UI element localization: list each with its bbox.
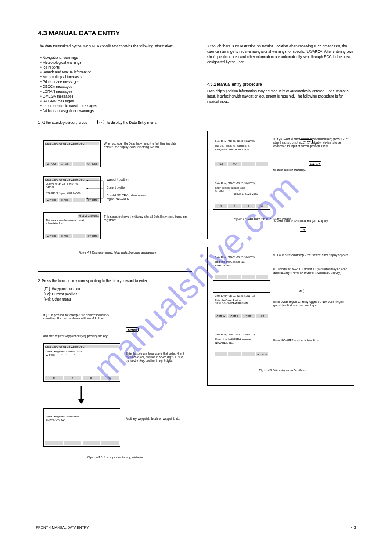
fk: W-POSI: [45, 198, 58, 202]
fig44-lcd1-title: Data Entry '98-01-23 23:59(UTC): [215, 139, 268, 143]
fig43-lcd1-fkeys: N S E W: [45, 376, 119, 380]
fig45-caption: Figure 4-5 Data entry menu for others: [238, 369, 326, 372]
footer-right: 4-3: [351, 526, 356, 530]
footer-left: FRONT 4 MANUAL DATA ENTRY: [36, 526, 89, 530]
fk: [215, 275, 227, 279]
fig43-lcd2: Enter waypoint information. AN TOKYO BAY: [43, 408, 120, 447]
fk: RETURN: [256, 352, 268, 356]
svg-marker-1: [86, 180, 88, 181]
fig42-lcd3-mid: This area shows last-entered data in abb…: [46, 219, 98, 225]
fig44-lcd2-fkeys: N S E W: [215, 204, 268, 208]
fig45-txt3: Enter ocean region currently logged in. …: [273, 300, 350, 307]
fig45-lcd2-title: Data Entry '98-01-23 23:59(UTC): [215, 294, 268, 297]
fig42-lcd3-fkeys: W-POSI C-POSI OTHERS: [45, 234, 99, 238]
arrow-down-icon: [77, 386, 86, 404]
bracket-arrows: [86, 179, 104, 203]
fig44-lcd1-fkeys: YES NO: [215, 162, 268, 166]
fig43-txt2: and then register waypoint entry by pres…: [43, 334, 184, 338]
fig45-lcd3-fkeys: RETURN: [215, 352, 268, 356]
page-footer: FRONT 4 MANUAL DATA ENTRY 4-3: [36, 526, 356, 530]
svg-marker-3: [86, 188, 88, 189]
svg-marker-8: [78, 399, 84, 404]
fig42-lcd1-fkeys: W-POSI C-POSI OTHERS: [45, 162, 99, 166]
fk: N: [45, 376, 63, 380]
page: manualshive.com 4.3 MANUAL DATA ENTRY Th…: [0, 0, 392, 555]
fk: [101, 441, 119, 445]
fk: S: [228, 204, 241, 208]
step2: 2. Press the function key corresponding …: [38, 279, 191, 284]
step1: 1. At the standby screen, press: [38, 120, 87, 126]
fig44-lcd2: Data Entry '98-01-23 23:59(UTC) Enter cu…: [213, 180, 270, 210]
fk: C-POSI: [59, 198, 71, 202]
fig42-ann4: This example shows the display after all…: [104, 215, 187, 222]
fk: C-POSI: [59, 162, 71, 166]
onoff-key: ON/OFF: [300, 139, 313, 143]
svg-marker-5: [86, 197, 88, 199]
fig45-lcd3-mid: Enter the NAVAREA number. NAVAREA NO. :: [215, 337, 268, 345]
figure-4-5-box: Data Entry '98-01-23 23:59(UTC) Register…: [207, 247, 354, 386]
fk: E: [242, 204, 255, 208]
f4-key: F4: [300, 227, 306, 232]
fk: OTHERS: [86, 234, 99, 238]
fk: E: [83, 376, 100, 380]
fk: AOR-W: [215, 314, 227, 318]
intro-li12: • Additional navigational warnings: [40, 109, 94, 114]
fk: [83, 441, 100, 445]
fig43-side2: Arbitrary: waypoint, details on waypoint…: [126, 417, 185, 421]
figure-4-3-box: If [F1] is pressed, for example, the dis…: [38, 308, 192, 469]
fig43-lcd1: Data Entry '98-01-23 23:59(UTC) Enter wa…: [43, 343, 120, 382]
fig44-lcd2-title: Data Entry '98-01-23 23:59(UTC): [215, 181, 268, 185]
fk: W: [256, 204, 268, 208]
manual-hdr: 4.3.1 Manual entry procedure: [207, 82, 262, 87]
fk: S: [64, 376, 82, 380]
fk: C-POSI: [59, 234, 71, 238]
fk: [256, 162, 268, 166]
fk: [73, 234, 85, 238]
fk: IOR: [256, 314, 268, 318]
fig45-lcd2: Data Entry '98-01-23 23:59(UTC) Enter th…: [213, 292, 270, 319]
manual-p: Own ship's position information may be m…: [207, 89, 354, 105]
fig42-label-initial: When you open the Data Entry menu the fi…: [104, 142, 185, 149]
fig45-lcd2-fkeys: AOR-W AOR-E POR IOR: [215, 314, 268, 318]
fig45-lcd1-mid: Register the Coastal I.D. Coast iCoast:: [215, 260, 268, 267]
page-title: 4.3 MANUAL DATA ENTRY: [38, 29, 120, 36]
fk: YES: [215, 162, 227, 166]
intro-right: Although there is no restriction on term…: [207, 44, 354, 65]
step1b: to display the Data Entry menu.: [107, 120, 157, 126]
fig43-lcd1-mid: Enter waypoint position data W-POSI: _ °…: [46, 350, 118, 357]
fig42-lcd1-title: Data Entry '98-01-23 23:59(UTC): [45, 142, 99, 145]
fig43-lcd2-mid: Enter waypoint information. AN TOKYO BAY: [46, 415, 118, 425]
fk: [242, 352, 255, 356]
fig43-lcd2-fkeys: [45, 441, 119, 445]
fig42-lcd1: Data Entry '98-01-23 23:59(UTC) W-POSI C…: [43, 140, 101, 167]
fig44-txt-right2: to enter position manually.: [273, 168, 350, 172]
fig43-txt1: If [F1] is pressed, for example, the dis…: [43, 313, 122, 320]
txt2a: and then register waypoint entry by pres…: [43, 334, 102, 337]
figure-4-2-box: Data Entry '98-01-23 23:59(UTC) W-POSI C…: [38, 131, 192, 272]
fk: OTHERS: [86, 162, 99, 166]
fig45-txt2: 6. Press to tab NAVTEX station ID. (Tabu…: [273, 268, 350, 275]
fig42-ann3: Coastal NAVTEX station, ocean region, NA…: [107, 194, 177, 201]
fig43-side1: Enter latitude and longitude in that ord…: [126, 352, 185, 363]
fig45-lcd1-title: Data Entry '98-01-23 23:59(UTC): [215, 255, 268, 259]
f2-key: F2: [298, 289, 304, 293]
fk: [73, 162, 85, 166]
fk: W-POSI: [45, 162, 58, 166]
enter-key: ENTER: [126, 327, 139, 332]
fig45-lcd1: Data Entry '98-01-23 23:59(UTC) Register…: [213, 254, 270, 281]
fig44-lcd1: Data Entry '98-01-23 23:59(UTC) Do you w…: [213, 138, 270, 167]
fig42-lcd1-mid: [46, 147, 98, 157]
fk: W: [101, 376, 119, 380]
fig44-lcd2-mid: Enter current position data C-POSI: _ ° …: [215, 186, 268, 196]
fk: [73, 198, 85, 202]
fig45-lcd2-mid: Enter the Ocean Region. SES LOG-IN OCEAN…: [215, 299, 268, 305]
fig42-ann1: Waypoint position: [107, 178, 128, 181]
fk: [242, 162, 255, 166]
txt2b: key.: [103, 334, 108, 337]
fig43-lcd1-title: Data Entry '98-01-23 23:59(UTC): [45, 345, 119, 348]
step2-list: [F1]: Waypoint position [F2]: Current po…: [38, 287, 80, 302]
fk: [64, 441, 82, 445]
figure-4-4-box: Data Entry '98-01-23 23:59(UTC) Do you w…: [207, 131, 354, 239]
fig45-lcd3: Data Entry '98-01-23 23:59(UTC) Enter th…: [213, 331, 270, 358]
fig45-lcd3-title: Data Entry '98-01-23 23:59(UTC): [215, 333, 268, 336]
